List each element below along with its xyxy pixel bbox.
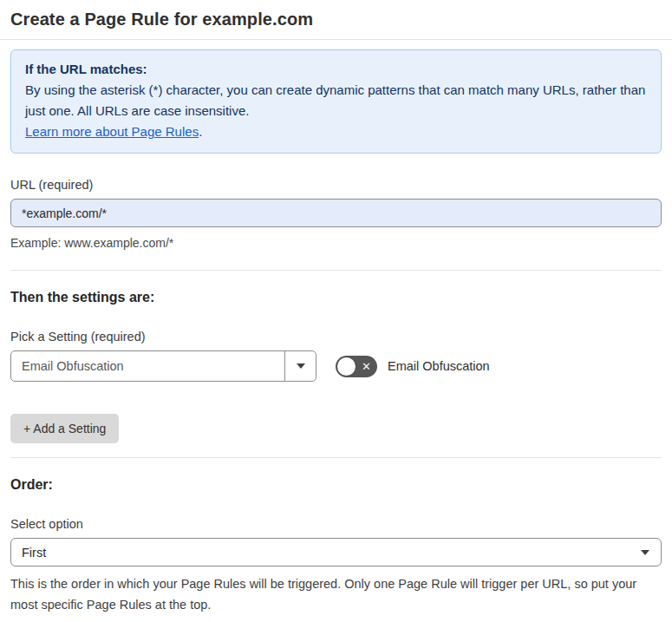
setting-row: Email Obfuscation ✕ Email Obfuscation — [10, 350, 662, 382]
setting-dropdown-value: Email Obfuscation — [11, 359, 284, 373]
section-divider — [10, 270, 662, 271]
order-select[interactable]: First — [10, 538, 662, 566]
page-rule-form: Create a Page Rule for example.com — [0, 0, 672, 29]
section-divider — [10, 457, 662, 458]
info-box-link-line: Learn more about Page Rules. — [25, 121, 647, 142]
toggle-off-x-icon: ✕ — [362, 361, 371, 372]
order-select-arrow — [641, 550, 661, 555]
setting-dropdown-arrow-segment[interactable] — [284, 351, 316, 381]
settings-section-heading: Then the settings are: — [10, 290, 662, 305]
url-example-text: Example: www.example.com/* — [10, 236, 662, 250]
setting-dropdown[interactable]: Email Obfuscation — [10, 350, 316, 382]
email-obfuscation-toggle[interactable]: ✕ — [336, 356, 377, 377]
chevron-down-icon — [297, 363, 305, 369]
title-divider — [0, 39, 672, 40]
pick-setting-label: Pick a Setting (required) — [10, 330, 662, 344]
order-select-value: First — [11, 546, 641, 560]
url-field-label: URL (required) — [10, 178, 662, 192]
toggle-label: Email Obfuscation — [388, 359, 490, 373]
order-section-heading: Order: — [10, 477, 662, 493]
info-box-heading: If the URL matches: — [25, 59, 647, 80]
order-select-label: Select option — [10, 517, 662, 531]
chevron-down-icon — [641, 550, 649, 555]
add-setting-button[interactable]: + Add a Setting — [10, 414, 119, 443]
info-box-body: By using the asterisk (*) character, you… — [25, 80, 647, 121]
link-period: . — [199, 124, 202, 139]
url-match-info-box: If the URL matches: By using the asteris… — [10, 49, 662, 154]
page-title: Create a Page Rule for example.com — [10, 0, 662, 29]
learn-more-link[interactable]: Learn more about Page Rules — [25, 124, 199, 139]
toggle-knob — [337, 357, 356, 376]
url-input[interactable] — [10, 199, 662, 227]
order-help-text: This is the order in which your Page Rul… — [10, 573, 656, 615]
